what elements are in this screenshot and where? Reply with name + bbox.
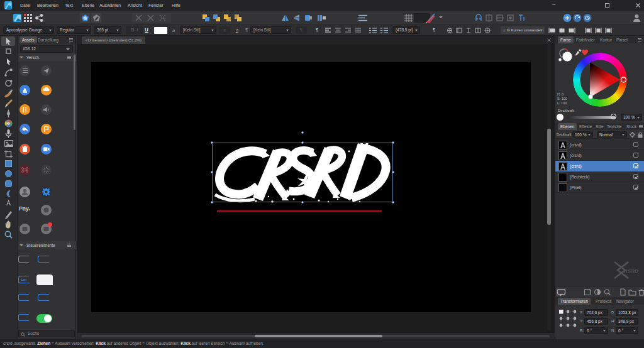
svg-text:RSRD: RSRD [624,268,638,274]
